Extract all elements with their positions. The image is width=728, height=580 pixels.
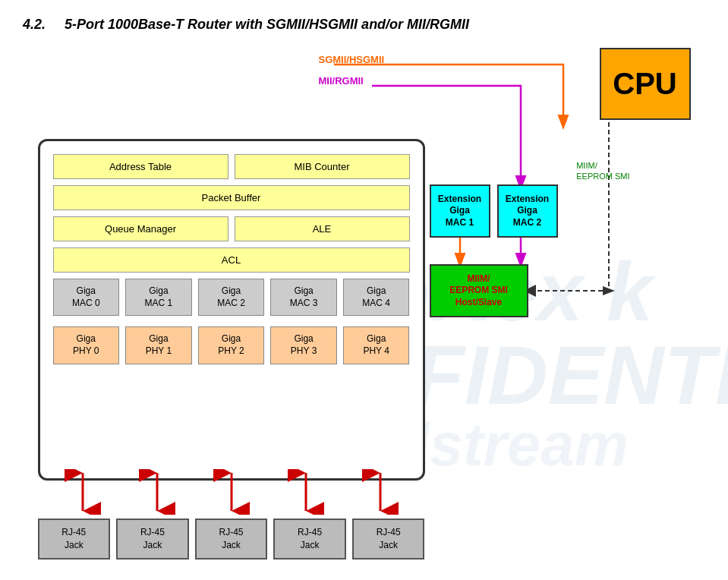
section-title-text: 5-Port 1000Base-T Router with SGMII/HSGM…	[65, 17, 469, 32]
queue-manager-block: Queue Manager	[53, 216, 228, 241]
section-number: 4.2.	[23, 17, 46, 32]
row-3: Queue Manager ALE	[53, 216, 410, 241]
miim-host-slave-label: MIIM/EEPROM SMIHost/Slave	[449, 273, 508, 309]
address-table-block: Address Table	[53, 154, 228, 179]
acl-block: ACL	[53, 247, 410, 273]
cpu-label: CPU	[613, 67, 676, 101]
mac-1: GigaMAC 1	[125, 279, 192, 316]
chip-inner: Address Table MIB Counter Packet Buffer …	[46, 147, 418, 377]
red-arrows-svg	[46, 469, 418, 515]
rj45-area: RJ-45Jack RJ-45Jack RJ-45Jack RJ-45Jack …	[38, 519, 425, 560]
rj45-3: RJ-45Jack	[273, 519, 346, 560]
ext-mac-1-label: ExtensionGigaMAC 1	[438, 194, 481, 229]
mac-3: GigaMAC 3	[270, 279, 337, 316]
rj45-4: RJ-45Jack	[352, 519, 425, 560]
packet-buffer-block: Packet Buffer	[53, 185, 410, 210]
mac-4: GigaMAC 4	[343, 279, 410, 316]
phy-row: GigaPHY 0 GigaPHY 1 GigaPHY 2 GigaPHY 3 …	[53, 326, 410, 364]
phy-0: GigaPHY 0	[53, 326, 120, 364]
row-2: Packet Buffer	[53, 185, 410, 210]
row-4: ACL	[53, 247, 410, 273]
label-miim-right: MIIM/EEPROM SMI	[576, 160, 629, 182]
ale-block: ALE	[235, 216, 410, 241]
cpu-box: CPU	[600, 48, 691, 120]
mac-0: GigaMAC 0	[53, 279, 120, 316]
phy-1: GigaPHY 1	[125, 326, 192, 364]
section-title: 4.2. 5-Port 1000Base-T Router with SGMII…	[23, 15, 705, 34]
ext-mac-2-label: ExtensionGigaMAC 2	[506, 194, 549, 229]
mac-row: GigaMAC 0 GigaMAC 1 GigaMAC 2 GigaMAC 3 …	[53, 279, 410, 316]
label-mii-rgmii: MII/RGMII	[319, 75, 364, 87]
rj45-2: RJ-45Jack	[195, 519, 268, 560]
ext-mac-2: ExtensionGigaMAC 2	[497, 184, 558, 238]
rj45-1: RJ-45Jack	[116, 519, 189, 560]
phy-3: GigaPHY 3	[270, 326, 337, 364]
rj45-0: RJ-45Jack	[38, 519, 111, 560]
miim-host-slave-box: MIIM/EEPROM SMIHost/Slave	[430, 264, 528, 317]
phy-4: GigaPHY 4	[343, 326, 410, 364]
diagram-wrapper: CPU SGMII/HSGMII MII/RGMII MIIM/EEPROM S…	[38, 48, 691, 580]
mib-counter-block: MIB Counter	[235, 154, 410, 179]
mac-2: GigaMAC 2	[198, 279, 265, 316]
ext-mac-1: ExtensionGigaMAC 1	[430, 184, 490, 238]
page-content: 4.2. 5-Port 1000Base-T Router with SGMII…	[23, 15, 705, 580]
phy-2: GigaPHY 2	[198, 326, 265, 364]
row-1: Address Table MIB Counter	[53, 154, 410, 179]
label-sgmii: SGMII/HSGMII	[319, 54, 385, 65]
